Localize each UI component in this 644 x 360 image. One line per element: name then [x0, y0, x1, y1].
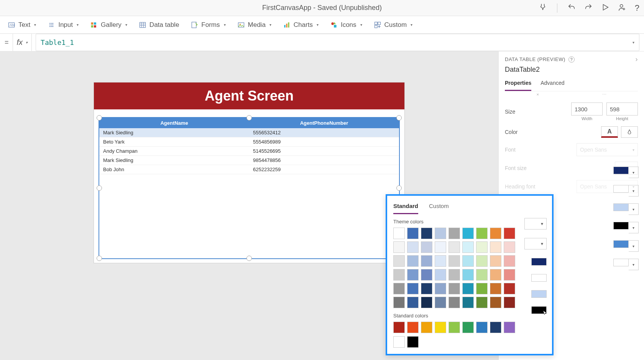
color-swatch[interactable] [490, 283, 501, 294]
property-selector[interactable]: = [5, 38, 9, 46]
resize-handle[interactable] [246, 256, 252, 261]
color-swatch[interactable] [504, 297, 515, 308]
color-swatch[interactable] [421, 269, 432, 281]
color-swatch[interactable] [393, 255, 405, 267]
resize-handle[interactable] [97, 115, 102, 121]
resize-handle[interactable] [396, 185, 402, 191]
tab-advanced[interactable]: Advanced [540, 78, 564, 91]
color-swatch[interactable] [435, 283, 446, 294]
color-swatch[interactable] [449, 322, 460, 333]
color-swatch[interactable] [462, 228, 474, 239]
color-swatch[interactable] [462, 255, 474, 267]
tab-standard[interactable]: Standard [393, 201, 418, 214]
health-icon[interactable] [539, 3, 547, 13]
color-swatch[interactable] [421, 322, 432, 333]
color-swatch[interactable] [476, 283, 488, 294]
ribbon-charts[interactable]: Charts▾ [283, 21, 319, 29]
color-swatch[interactable] [393, 297, 405, 308]
dropdown-chevron[interactable]: ▾ [524, 238, 547, 249]
color-swatch[interactable] [490, 228, 501, 239]
color-swatch[interactable] [435, 241, 446, 253]
color-swatch[interactable] [462, 269, 474, 281]
table-row[interactable]: Mark Siedling5556532412 [99, 128, 399, 137]
chevron-down-icon[interactable]: ▾ [629, 167, 639, 178]
resize-handle[interactable] [97, 256, 102, 261]
chevron-down-icon[interactable]: ▾ [629, 185, 639, 197]
resize-handle[interactable] [246, 115, 252, 121]
color-swatch[interactable] [421, 255, 432, 267]
chevron-down-icon[interactable]: ▾ [632, 40, 634, 45]
color-swatch[interactable] [407, 322, 419, 333]
property-color-swatch[interactable] [531, 290, 547, 298]
chevron-down-icon[interactable]: ▾ [629, 222, 639, 233]
color-swatch[interactable] [504, 241, 515, 253]
width-input[interactable]: 1300 [571, 102, 603, 116]
color-swatch[interactable] [393, 241, 405, 253]
chevron-down-icon[interactable]: ▾ [629, 203, 639, 215]
ribbon-icons[interactable]: Icons▾ [330, 21, 362, 29]
color-swatch[interactable] [449, 255, 460, 267]
color-swatch[interactable] [476, 297, 488, 308]
color-swatch[interactable] [407, 228, 419, 239]
redo-icon[interactable] [584, 3, 593, 13]
ribbon-media[interactable]: Media▾ [237, 21, 271, 29]
color-swatch[interactable] [490, 297, 501, 308]
color-swatch[interactable] [393, 336, 405, 348]
info-icon[interactable]: ? [568, 56, 575, 63]
data-table-control[interactable]: AgentName AgentPhoneNumber Mark Siedling… [99, 117, 400, 259]
color-swatch[interactable] [421, 297, 432, 308]
color-swatch[interactable] [407, 255, 419, 267]
color-swatch[interactable] [435, 228, 446, 239]
color-swatch[interactable] [435, 255, 446, 267]
chevron-down-icon[interactable]: ▾ [629, 240, 639, 252]
collapse-panel-icon[interactable]: › [636, 55, 638, 63]
color-swatch[interactable] [462, 297, 474, 308]
ribbon-data-table[interactable]: Data table [139, 21, 179, 29]
color-swatch[interactable] [476, 228, 488, 239]
ribbon-text[interactable]: Abc Text▾ [8, 21, 36, 29]
property-color-swatch[interactable] [613, 259, 629, 266]
table-row[interactable]: Andy Champan5145526695 [99, 147, 399, 156]
property-color-swatch[interactable] [613, 240, 629, 248]
property-color-swatch[interactable] [613, 167, 629, 174]
table-row[interactable]: Bob John6252232259 [99, 165, 399, 174]
color-swatch[interactable] [393, 283, 405, 294]
height-input[interactable]: 598 [606, 102, 638, 116]
color-swatch[interactable] [449, 228, 460, 239]
property-color-swatch[interactable] [613, 203, 629, 211]
resize-handle[interactable] [396, 115, 402, 121]
color-swatch[interactable] [421, 283, 432, 294]
table-row[interactable]: Mark Siedling9854478856 [99, 156, 399, 165]
color-swatch[interactable] [476, 269, 488, 281]
color-swatch[interactable] [462, 322, 474, 333]
property-color-swatch[interactable] [531, 306, 547, 314]
color-swatch[interactable] [407, 283, 419, 294]
ribbon-forms[interactable]: Forms▾ [191, 21, 225, 29]
color-swatch[interactable] [407, 297, 419, 308]
color-swatch[interactable] [449, 283, 460, 294]
undo-icon[interactable] [567, 3, 576, 13]
property-color-swatch[interactable] [531, 274, 547, 282]
color-swatch[interactable] [435, 322, 446, 333]
fill-color-button[interactable] [621, 126, 638, 138]
play-icon[interactable] [601, 3, 610, 13]
property-color-swatch[interactable] [531, 258, 547, 266]
help-icon[interactable]: ? [635, 3, 639, 13]
text-color-button[interactable]: A [601, 126, 618, 138]
user-share-icon[interactable] [618, 3, 626, 13]
property-color-swatch[interactable] [613, 185, 629, 193]
color-swatch[interactable] [490, 241, 501, 253]
table-row[interactable]: Beto Yark5554856989 [99, 137, 399, 147]
color-swatch[interactable] [449, 269, 460, 281]
color-swatch[interactable] [435, 297, 446, 308]
dropdown-chevron[interactable]: ▾ [524, 218, 547, 230]
color-swatch[interactable] [407, 241, 419, 253]
color-swatch[interactable] [407, 336, 419, 348]
color-swatch[interactable] [421, 228, 432, 239]
tab-properties[interactable]: Properties [505, 78, 531, 91]
property-color-swatch[interactable] [613, 222, 629, 230]
color-swatch[interactable] [490, 269, 501, 281]
chevron-down-icon[interactable]: ▾ [629, 259, 639, 270]
color-swatch[interactable] [393, 322, 405, 333]
fx-button[interactable]: fx▾ [13, 34, 32, 51]
